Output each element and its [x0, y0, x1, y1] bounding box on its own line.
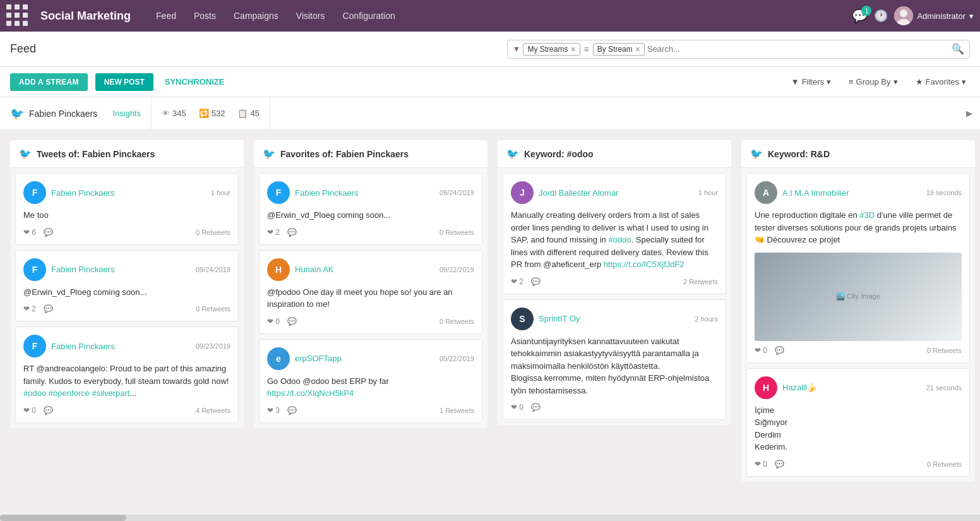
clock-icon[interactable]: 🕐 [874, 9, 888, 23]
filter-by-stream-remove[interactable]: × [635, 45, 640, 54]
hashtag-link[interactable]: #openforce [49, 388, 90, 398]
card-image: 🏙️ City Image [755, 253, 962, 341]
filter-my-streams-remove[interactable]: × [570, 45, 575, 54]
card-body: RT @andreacolangelo: Proud to be part of… [23, 362, 230, 400]
card-header: F Fabien Pinckaers 1 hour [23, 181, 230, 204]
like-button[interactable]: ❤ 6 [23, 228, 36, 237]
card-meta: erpSOFTapp [295, 354, 434, 363]
twitter-icon: 🐦 [10, 107, 24, 121]
card-author[interactable]: Fabien Pinckaers [51, 342, 114, 351]
apps-icon[interactable] [6, 4, 29, 27]
reply-button[interactable]: 💬 [531, 403, 541, 412]
hashtag-link[interactable]: #odoo [23, 388, 46, 398]
page-title: Feed [10, 42, 36, 56]
card-author[interactable]: A.I.M.A Immobilier [782, 188, 849, 198]
hashtag-link[interactable]: #odoo [608, 235, 631, 244]
search-input[interactable] [647, 44, 949, 54]
nav-campaigns[interactable]: Campaigns [226, 7, 286, 25]
reply-button[interactable]: 💬 [775, 460, 784, 469]
eye-icon: 👁 [162, 109, 170, 118]
nav-configuration[interactable]: Configuration [335, 7, 402, 25]
card-time: 09/24/2019 [196, 266, 230, 273]
reply-button[interactable]: 💬 [775, 346, 784, 355]
group-by-button[interactable]: ≡ Group By ▾ [845, 75, 902, 89]
new-post-button[interactable]: NEW POST [95, 73, 153, 91]
nav-posts[interactable]: Posts [186, 7, 224, 25]
notification-bell[interactable]: 💬 1 [852, 8, 868, 23]
card-header: J Jordi Ballester Alomar 1 hour [511, 181, 718, 204]
columns-area: 🐦Tweets of: Fabien Pinckaers F Fabien Pi… [0, 130, 980, 500]
card-header: e erpSOFTapp 09/22/2019 [267, 347, 474, 370]
card-author[interactable]: erpSOFTapp [295, 354, 342, 363]
filter-my-streams-label: My Streams [527, 45, 568, 54]
filter-my-streams[interactable]: My Streams × [523, 43, 580, 56]
url-link[interactable]: https://t.co/IC5XjfJdF2 [604, 260, 684, 269]
user-menu[interactable]: Administrator ▾ [894, 6, 974, 25]
card-body: Manually creating delivery orders from a… [511, 209, 718, 271]
reply-button[interactable]: 💬 [287, 317, 297, 326]
column-body-0: F Fabien Pinckaers 1 hour Me too ❤ 6 💬 0… [10, 168, 244, 428]
card-author[interactable]: Fabien Pinckaers [51, 188, 114, 198]
hashtag-link[interactable]: #silverpart [92, 388, 129, 398]
reply-button[interactable]: 💬 [44, 228, 53, 237]
like-button[interactable]: ❤ 3 [267, 406, 280, 415]
column-title: Tweets of: Fabien Pinckaers [37, 149, 155, 159]
card-author[interactable]: SprintIT Oy [539, 314, 580, 323]
card-avatar: A [755, 181, 777, 204]
card-body: Go Odoo @odoo best ERP by far https://t.… [267, 375, 474, 400]
favorites-button[interactable]: ★ Favorites ▾ [912, 75, 970, 89]
search-button[interactable]: 🔍 [952, 43, 964, 55]
like-button[interactable]: ❤ 0 [23, 406, 36, 415]
column-0: 🐦Tweets of: Fabien Pinckaers F Fabien Pi… [10, 140, 244, 428]
column-3: 🐦Keyword: R&D A A.I.M.A Immobilier 19 se… [741, 140, 975, 482]
like-button[interactable]: ❤ 0 [755, 346, 767, 355]
list-item: A A.I.M.A Immobilier 19 seconds Une repr… [746, 173, 970, 363]
filter-by-stream[interactable]: By Stream × [593, 43, 645, 56]
synchronize-button[interactable]: SYNCHRONIZE [161, 75, 229, 89]
like-button[interactable]: ❤ 0 [511, 403, 523, 412]
column-header-1: 🐦Favorites of: Fabien Pinckaers [254, 140, 487, 168]
reply-button[interactable]: 💬 [531, 277, 541, 286]
list-item: F Fabien Pinckaers 09/24/2019 @Erwin_vd_… [15, 250, 239, 322]
like-button[interactable]: ❤ 2 [23, 304, 36, 313]
card-avatar: J [511, 181, 534, 204]
filters-button[interactable]: ▼ Filters ▾ [787, 75, 835, 89]
card-author[interactable]: Jordi Ballester Alomar [539, 188, 618, 198]
card-meta: Hazalll🍌 [782, 383, 921, 392]
list-icon: ≡ [584, 44, 589, 54]
like-button[interactable]: ❤ 0 [267, 317, 280, 326]
card-header: H Hazalll🍌 21 seconds [755, 376, 962, 399]
nav-feed[interactable]: Feed [148, 7, 184, 25]
card-author[interactable]: Fabien Pinckaers [51, 265, 114, 274]
card-author[interactable]: Hunain AK [295, 265, 333, 274]
reply-button[interactable]: 💬 [287, 406, 297, 415]
reply-button[interactable]: 💬 [44, 304, 53, 313]
search-toolbar: Feed ▼ My Streams × ≡ By Stream × 🔍 [0, 32, 980, 67]
card-author[interactable]: Hazalll🍌 [782, 383, 817, 392]
list-item: S SprintIT Oy 2 hours Asiantuntijayrityk… [503, 299, 726, 421]
notification-count: 1 [861, 6, 871, 16]
insights-link[interactable]: Insights [112, 109, 141, 118]
retweet-count: 2 Retweets [683, 278, 718, 285]
url-link[interactable]: https://t.co/XlqNcH5kP4 [267, 388, 354, 398]
collapse-button[interactable]: ▶ [959, 97, 980, 129]
filter-by-stream-label: By Stream [597, 45, 633, 54]
reply-button[interactable]: 💬 [287, 228, 297, 237]
like-button[interactable]: ❤ 2 [267, 228, 280, 237]
reply-button[interactable]: 💬 [44, 406, 53, 415]
card-body: Une reproduction digitale en #3D d'une v… [755, 209, 962, 246]
card-author[interactable]: Fabien Pinckaers [295, 188, 358, 198]
list-item: F Fabien Pinckaers 09/23/2019 RT @andrea… [15, 326, 239, 423]
top-navigation: Social Marketing Feed Posts Campaigns Vi… [0, 0, 980, 32]
stat-views-value: 345 [172, 109, 186, 118]
add-stream-button[interactable]: ADD A STREAM [10, 73, 88, 91]
nav-visitors[interactable]: Visitors [289, 7, 333, 25]
card-meta: Fabien Pinckaers [51, 188, 206, 198]
column-twitter-icon: 🐦 [506, 148, 519, 160]
hashtag-link[interactable]: #3D [859, 210, 875, 220]
card-header: F Fabien Pinckaers 09/24/2019 [23, 258, 230, 281]
like-button[interactable]: ❤ 0 [755, 460, 767, 469]
like-button[interactable]: ❤ 2 [511, 277, 523, 286]
card-footer: ❤ 2 💬 2 Retweets [511, 277, 718, 286]
card-meta: A.I.M.A Immobilier [782, 188, 921, 198]
